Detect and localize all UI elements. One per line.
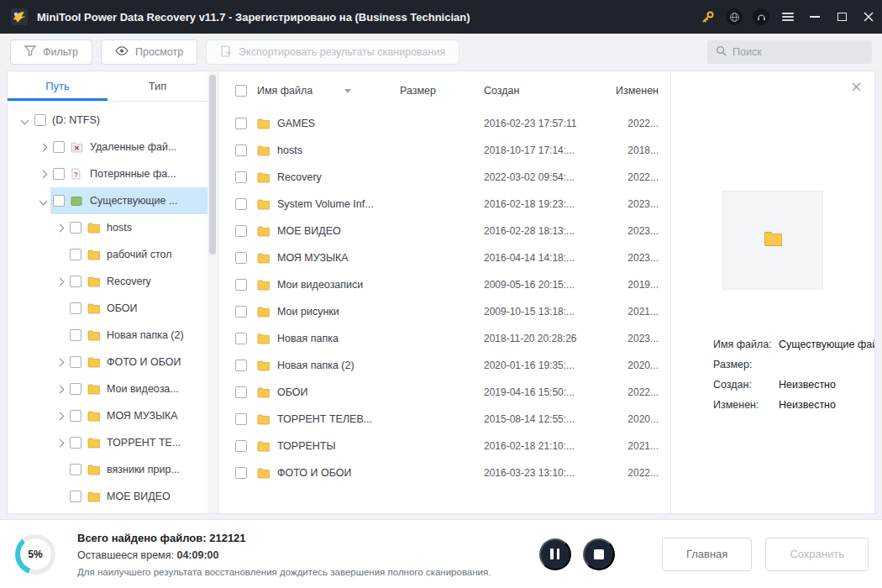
tree-item[interactable]: Существующие ... (8, 187, 207, 214)
tree-item-checkbox[interactable] (70, 410, 81, 422)
chevron-down-icon[interactable] (36, 194, 50, 207)
tree-item-checkbox[interactable] (70, 383, 81, 395)
file-row[interactable]: Recovery2022-03-02 09:54:...2022... (218, 164, 670, 191)
file-row-checkbox[interactable] (235, 306, 247, 318)
file-row[interactable]: ТОРРЕНТЫ2016-02-18 21:10:...2021... (218, 433, 670, 459)
file-row-checkbox[interactable] (235, 333, 247, 344)
tree-item-checkbox[interactable] (53, 195, 65, 207)
tree-item-checkbox[interactable] (70, 329, 81, 341)
search-input[interactable] (732, 46, 864, 58)
file-row-checkbox[interactable] (235, 440, 247, 452)
tree-item[interactable]: Мои видеоза... (8, 375, 207, 402)
tree-scrollbar-thumb[interactable] (209, 75, 216, 255)
pause-scan-button[interactable] (539, 538, 571, 570)
chevron-down-icon[interactable] (18, 113, 32, 127)
sidebar-tab[interactable]: Путь (8, 71, 108, 101)
file-row-checkbox[interactable] (235, 252, 247, 264)
file-row-checkbox[interactable] (235, 467, 247, 479)
menu-icon[interactable] (774, 0, 801, 34)
tree-item[interactable]: МОЯ МУЗЫКА (8, 402, 207, 429)
tree-item[interactable]: ТОРРЕНТ ТЕ... (8, 429, 207, 456)
column-header-created[interactable]: Создан (484, 85, 610, 97)
support-headset-icon[interactable] (748, 0, 774, 34)
folder-icon (87, 330, 101, 341)
chevron-right-icon[interactable] (53, 382, 67, 396)
file-row-checkbox[interactable] (235, 198, 247, 210)
chevron-right-icon[interactable] (53, 275, 67, 288)
file-row[interactable]: ФОТО И ОБОИ2016-03-23 13:10:...2022... (218, 459, 670, 486)
file-row-checkbox[interactable] (235, 413, 247, 425)
tree-item[interactable]: вязники прир... (8, 456, 207, 483)
tree-item-checkbox[interactable] (70, 491, 81, 502)
file-row-checkbox[interactable] (235, 279, 247, 291)
tree-item-checkbox[interactable] (53, 168, 65, 180)
file-row[interactable]: МОЕ ВИДЕО2016-02-28 18:13:...2023... (218, 218, 670, 244)
stop-scan-button[interactable] (583, 538, 615, 570)
minimize-button[interactable] (801, 0, 828, 34)
column-header-size[interactable]: Размер (400, 85, 484, 97)
chevron-right-icon[interactable] (53, 436, 67, 449)
license-key-icon[interactable] (694, 0, 721, 34)
file-row[interactable]: hosts2018-10-17 17:14:...2018... (218, 137, 670, 164)
file-row[interactable]: GAMES2016-02-23 17:57:112022... (218, 110, 670, 137)
tree-item-checkbox[interactable] (34, 114, 46, 126)
export-results-button[interactable]: Экспортировать результаты сканирования (206, 39, 459, 65)
tree-item-checkbox[interactable] (53, 141, 65, 153)
file-row-checkbox[interactable] (235, 171, 247, 183)
sidebar-tab[interactable]: Тип (108, 71, 207, 101)
select-all-checkbox[interactable] (235, 85, 247, 97)
file-row-checkbox[interactable] (235, 360, 247, 371)
file-row-checkbox[interactable] (235, 386, 247, 398)
file-row[interactable]: МОЯ МУЗЫКА2016-04-14 14:18:...2023... (218, 244, 670, 271)
file-row[interactable]: Мои рисунки2009-10-15 13:18:...2021... (218, 298, 670, 325)
folder-icon (257, 199, 270, 210)
close-button[interactable] (855, 0, 882, 34)
file-row-checkbox[interactable] (235, 118, 247, 129)
tree-item-checkbox[interactable] (70, 356, 81, 368)
file-name-label: ТОРРЕНТ ТЕЛЕВ... (277, 413, 372, 425)
chevron-right-icon[interactable] (36, 140, 50, 154)
tree-item[interactable]: ФОТО И ОБОИ (8, 349, 207, 375)
file-row[interactable]: ТОРРЕНТ ТЕЛЕВ...2015-08-14 12:55:...2020… (218, 406, 670, 433)
tree-item[interactable]: МОЕ ВИДЕО (8, 483, 207, 510)
tree-item[interactable]: (D: NTFS) (8, 107, 207, 134)
column-header-name[interactable]: Имя файла (257, 85, 400, 97)
chevron-right-icon[interactable] (53, 355, 67, 369)
file-row[interactable]: Мои видеозаписи2009-05-16 20:15:...2019.… (218, 271, 670, 298)
column-header-modified[interactable]: Изменен (610, 85, 659, 97)
tree-item-checkbox[interactable] (70, 249, 81, 260)
save-button[interactable]: Сохранить (765, 538, 869, 571)
tree-item[interactable]: Удаленные фай... (8, 134, 207, 160)
tree-item-checkbox[interactable] (70, 276, 81, 287)
tree-item-checkbox[interactable] (70, 302, 81, 314)
folder-icon (257, 226, 270, 237)
filter-button[interactable]: Фильтр (10, 39, 92, 65)
sort-arrow-icon[interactable] (344, 89, 351, 93)
chevron-right-icon[interactable] (53, 221, 67, 234)
file-modified-cell: 2022... (610, 171, 659, 183)
file-row[interactable]: ОБОИ2019-04-16 15:50:...2022... (218, 379, 670, 406)
file-row[interactable]: System Volume Inf...2016-02-18 19:23:...… (218, 191, 670, 218)
file-row-checkbox[interactable] (235, 225, 247, 237)
file-row-checkbox[interactable] (235, 144, 247, 156)
tree-item[interactable]: ОБОИ (8, 295, 207, 322)
preview-button[interactable]: Просмотр (101, 39, 197, 65)
tree-item[interactable]: рабочий стол (8, 241, 207, 268)
home-button[interactable]: Главная (662, 538, 752, 571)
tree-item-checkbox[interactable] (70, 222, 81, 234)
preview-close-icon[interactable] (849, 80, 863, 93)
tree-item-checkbox[interactable] (70, 437, 81, 449)
tree-item[interactable]: ?Потерянные фа... (8, 160, 207, 187)
tree-item[interactable]: hosts (8, 214, 207, 241)
file-row[interactable]: Новая папка (2)2020-01-16 19:35:...2020.… (218, 352, 670, 379)
website-globe-icon[interactable] (721, 0, 748, 34)
tree-item-checkbox[interactable] (70, 464, 81, 475)
tree-item[interactable]: Новая папка (2) (8, 322, 207, 349)
tree-scrollbar[interactable] (207, 71, 218, 513)
tree-item[interactable]: Recovery (8, 268, 207, 295)
file-row[interactable]: Новая папка2018-11-20 20:28:262023... (218, 325, 670, 352)
scan-status-text: Всего найдено файлов: 212121 Оставшееся … (77, 532, 539, 577)
maximize-button[interactable] (828, 0, 855, 34)
chevron-right-icon[interactable] (36, 167, 50, 181)
chevron-right-icon[interactable] (53, 409, 67, 423)
